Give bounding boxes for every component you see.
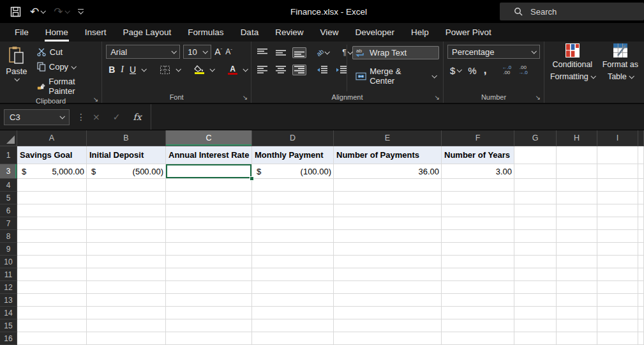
underline-button[interactable]: U bbox=[130, 65, 136, 75]
align-bottom-button[interactable] bbox=[292, 47, 306, 58]
cell-H7[interactable] bbox=[557, 217, 597, 230]
search-box[interactable]: Search bbox=[500, 3, 644, 20]
cell-B12[interactable] bbox=[87, 281, 166, 294]
cell-F15[interactable] bbox=[442, 319, 514, 332]
cell-C15[interactable] bbox=[166, 319, 252, 332]
cell-D16[interactable] bbox=[252, 332, 334, 345]
cell-B3[interactable]: $(500.00) bbox=[87, 164, 166, 179]
cell-G5[interactable] bbox=[514, 192, 557, 204]
cell-D9[interactable] bbox=[252, 243, 334, 256]
cell-A12[interactable] bbox=[17, 281, 87, 294]
cell-B14[interactable] bbox=[87, 307, 166, 319]
copy-chevron-icon[interactable] bbox=[71, 64, 77, 69]
font-dialog-launcher[interactable]: ↘ bbox=[243, 94, 248, 101]
cell-G3[interactable] bbox=[514, 164, 557, 179]
cell-G8[interactable] bbox=[514, 230, 557, 243]
column-header-I[interactable]: I bbox=[597, 130, 638, 146]
cell-B9[interactable] bbox=[87, 243, 166, 256]
cell-E5[interactable] bbox=[334, 192, 442, 204]
cell-I4[interactable] bbox=[597, 179, 638, 192]
cell-G16[interactable] bbox=[514, 332, 557, 345]
cell-C4[interactable] bbox=[166, 179, 252, 192]
cell-I15[interactable] bbox=[597, 319, 638, 332]
cell-B15[interactable] bbox=[87, 319, 166, 332]
clipboard-dialog-launcher[interactable]: ↘ bbox=[93, 96, 98, 103]
number-dialog-launcher[interactable]: ↘ bbox=[535, 94, 541, 101]
tab-home[interactable]: Home bbox=[37, 23, 77, 42]
cell-I5[interactable] bbox=[597, 192, 638, 204]
cell-B11[interactable] bbox=[87, 268, 166, 281]
align-left-button[interactable] bbox=[255, 65, 269, 75]
cell-I14[interactable] bbox=[597, 307, 638, 319]
row-header-6[interactable]: 6 bbox=[0, 204, 17, 217]
cell-F14[interactable] bbox=[442, 307, 514, 319]
row-header-4[interactable]: 4 bbox=[0, 179, 17, 192]
column-header-G[interactable]: G bbox=[514, 130, 557, 146]
name-box[interactable]: C3 bbox=[4, 109, 70, 125]
cell-E6[interactable] bbox=[334, 204, 442, 217]
cell-C11[interactable] bbox=[166, 268, 252, 281]
decrease-decimal-button[interactable]: .00 →.0 bbox=[518, 65, 528, 76]
column-header-D[interactable]: D bbox=[252, 130, 334, 146]
cell-F1[interactable]: Number of Years bbox=[442, 146, 514, 164]
cell-D12[interactable] bbox=[252, 281, 334, 294]
cell-D15[interactable] bbox=[252, 319, 334, 332]
paste-chevron-icon[interactable] bbox=[14, 76, 19, 81]
tab-power-pivot[interactable]: Power Pivot bbox=[437, 23, 500, 42]
cell-F9[interactable] bbox=[442, 243, 514, 256]
cell-I11[interactable] bbox=[597, 268, 638, 281]
formula-input[interactable] bbox=[151, 104, 644, 130]
column-header-overflow[interactable] bbox=[638, 130, 644, 146]
cell-A7[interactable] bbox=[17, 217, 87, 230]
cell-x6[interactable] bbox=[638, 204, 644, 217]
cell-D8[interactable] bbox=[252, 230, 334, 243]
cell-C7[interactable] bbox=[166, 217, 252, 230]
tab-data[interactable]: Data bbox=[232, 23, 267, 42]
row-header-13[interactable]: 13 bbox=[0, 294, 17, 307]
cell-E4[interactable] bbox=[334, 179, 442, 192]
row-header-14[interactable]: 14 bbox=[0, 307, 17, 319]
select-all-button[interactable] bbox=[0, 130, 17, 146]
cell-D1[interactable]: Monthly Payment bbox=[252, 146, 334, 164]
cell-E14[interactable] bbox=[334, 307, 442, 319]
cell-I1[interactable] bbox=[597, 146, 638, 164]
cell-G15[interactable] bbox=[514, 319, 557, 332]
cell-E13[interactable] bbox=[334, 294, 442, 307]
cell-G7[interactable] bbox=[514, 217, 557, 230]
cell-H13[interactable] bbox=[557, 294, 597, 307]
cell-A8[interactable] bbox=[17, 230, 87, 243]
cell-E11[interactable] bbox=[334, 268, 442, 281]
column-header-C[interactable]: C bbox=[166, 130, 252, 146]
merge-center-button[interactable]: Merge & Center bbox=[352, 65, 439, 88]
orientation-button[interactable]: ab bbox=[315, 48, 331, 57]
italic-button[interactable]: I bbox=[121, 65, 124, 75]
cell-G4[interactable] bbox=[514, 179, 557, 192]
copy-button[interactable]: Copy bbox=[34, 61, 98, 73]
cell-C3[interactable] bbox=[166, 164, 252, 179]
cell-F6[interactable] bbox=[442, 204, 514, 217]
cell-G9[interactable] bbox=[514, 243, 557, 256]
merge-center-chevron-icon[interactable] bbox=[432, 73, 437, 78]
enter-button[interactable]: ✓ bbox=[113, 112, 121, 122]
number-format-select[interactable]: Percentage bbox=[447, 45, 540, 59]
cell-H3[interactable] bbox=[557, 164, 597, 179]
cell-D10[interactable] bbox=[252, 256, 334, 268]
cell-H4[interactable] bbox=[557, 179, 597, 192]
cell-G11[interactable] bbox=[514, 268, 557, 281]
tab-developer[interactable]: Developer bbox=[347, 23, 403, 42]
underline-chevron-icon[interactable] bbox=[142, 66, 147, 72]
cell-x7[interactable] bbox=[638, 217, 644, 230]
cell-x8[interactable] bbox=[638, 230, 644, 243]
column-header-A[interactable]: A bbox=[17, 130, 87, 146]
cell-A1[interactable]: Savings Goal bbox=[17, 146, 87, 164]
row-header-11[interactable]: 11 bbox=[0, 268, 17, 281]
cell-C12[interactable] bbox=[166, 281, 252, 294]
cell-B6[interactable] bbox=[87, 204, 166, 217]
cell-H15[interactable] bbox=[557, 319, 597, 332]
cell-D14[interactable] bbox=[252, 307, 334, 319]
cell-x15[interactable] bbox=[638, 319, 644, 332]
cell-D11[interactable] bbox=[252, 268, 334, 281]
cell-x14[interactable] bbox=[638, 307, 644, 319]
percent-style-button[interactable]: % bbox=[468, 65, 476, 76]
cell-C1[interactable]: Annual Interest Rate bbox=[166, 146, 252, 164]
